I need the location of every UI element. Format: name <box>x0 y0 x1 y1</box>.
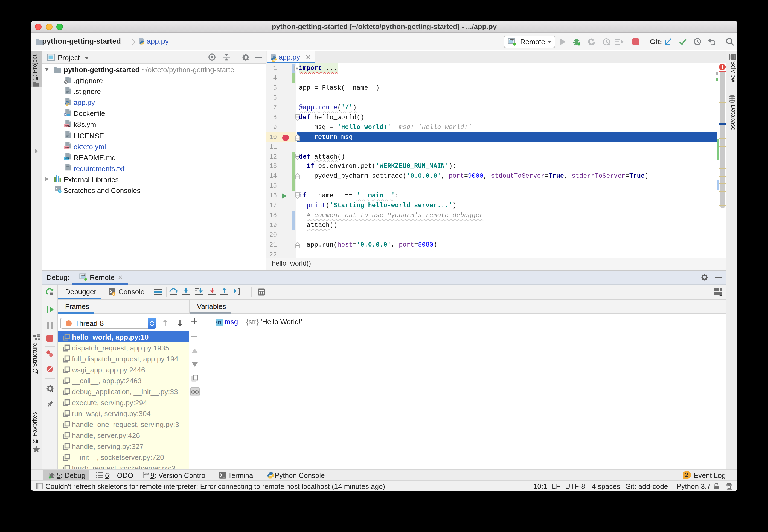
svg-text:MD: MD <box>65 157 69 160</box>
svg-text:D: D <box>64 113 66 116</box>
svg-text:YML: YML <box>64 124 70 127</box>
svg-text:YML: YML <box>64 146 70 149</box>
